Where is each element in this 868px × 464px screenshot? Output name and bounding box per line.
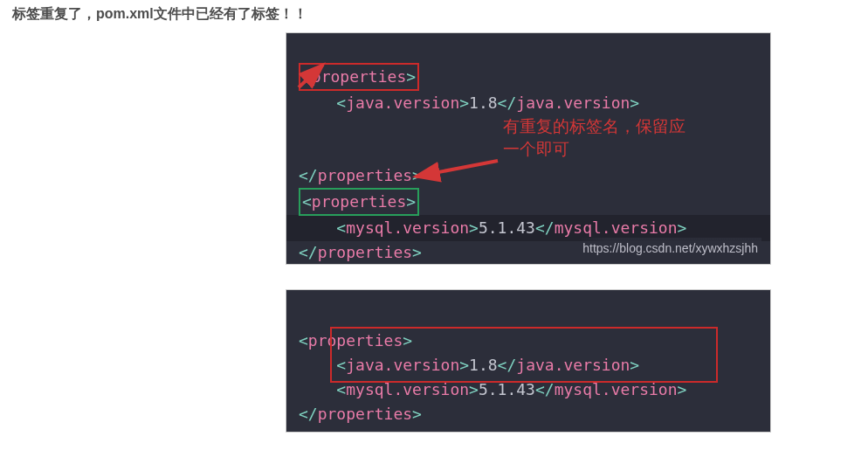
arrow-icon (407, 156, 503, 187)
highlight-box (330, 327, 718, 383)
code-block-1: <properties> <java.version>1.8</java.ver… (286, 32, 771, 265)
page-heading: 标签重复了，pom.xml文件中已经有了标签！！ (0, 0, 868, 32)
svg-line-0 (299, 65, 323, 87)
svg-line-1 (416, 161, 498, 177)
watermark-text: https://blog.csdn.net/xywxhzsjhh (579, 238, 761, 259)
code-block-2: <properties> <java.version>1.8</java.ver… (286, 289, 771, 433)
annotation-text: 有重复的标签名，保留应 一个即可 (503, 115, 685, 160)
arrow-icon (292, 58, 332, 93)
